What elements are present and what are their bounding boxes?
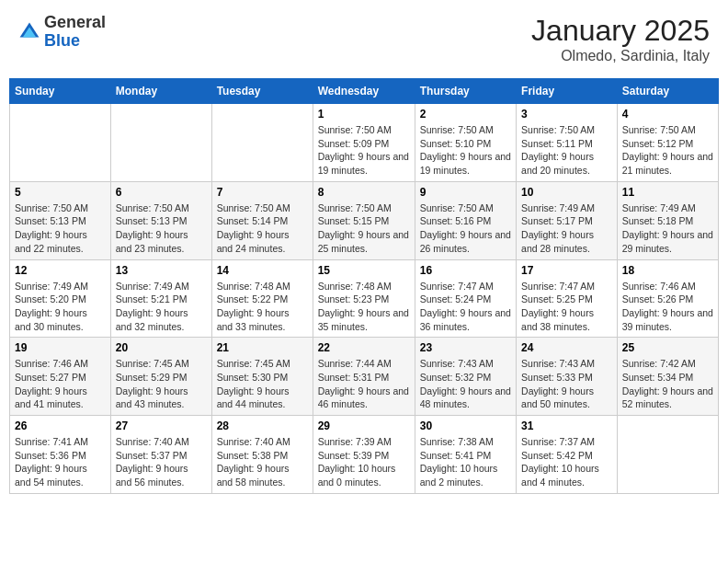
calendar-cell: 18Sunrise: 7:46 AM Sunset: 5:26 PM Dayli… — [617, 259, 718, 338]
day-number: 10 — [521, 186, 612, 199]
day-info: Sunrise: 7:48 AM Sunset: 5:23 PM Dayligh… — [318, 280, 410, 334]
day-info: Sunrise: 7:43 AM Sunset: 5:33 PM Dayligh… — [521, 357, 612, 411]
day-number: 30 — [420, 419, 511, 432]
calendar-cell: 19Sunrise: 7:46 AM Sunset: 5:27 PM Dayli… — [10, 338, 111, 416]
day-number: 17 — [521, 264, 612, 277]
calendar-cell: 20Sunrise: 7:45 AM Sunset: 5:29 PM Dayli… — [110, 338, 211, 416]
day-number: 8 — [318, 186, 410, 199]
calendar-cell — [211, 104, 313, 182]
calendar-cell — [110, 104, 211, 182]
calendar-cell: 3Sunrise: 7:50 AM Sunset: 5:11 PM Daylig… — [517, 104, 618, 182]
calendar-cell: 10Sunrise: 7:49 AM Sunset: 5:17 PM Dayli… — [517, 181, 618, 259]
day-info: Sunrise: 7:45 AM Sunset: 5:30 PM Dayligh… — [217, 357, 308, 411]
day-info: Sunrise: 7:46 AM Sunset: 5:26 PM Dayligh… — [622, 280, 713, 334]
day-number: 14 — [217, 264, 308, 277]
week-row-2: 5Sunrise: 7:50 AM Sunset: 5:13 PM Daylig… — [10, 181, 719, 259]
day-number: 9 — [420, 186, 511, 199]
day-info: Sunrise: 7:50 AM Sunset: 5:09 PM Dayligh… — [318, 123, 410, 178]
col-saturday: Saturday — [617, 79, 718, 104]
day-info: Sunrise: 7:49 AM Sunset: 5:18 PM Dayligh… — [622, 201, 713, 256]
calendar-cell: 27Sunrise: 7:40 AM Sunset: 5:37 PM Dayli… — [110, 416, 211, 494]
day-number: 6 — [116, 186, 207, 199]
col-tuesday: Tuesday — [211, 79, 313, 104]
day-info: Sunrise: 7:50 AM Sunset: 5:13 PM Dayligh… — [15, 201, 106, 256]
week-row-1: 1Sunrise: 7:50 AM Sunset: 5:09 PM Daylig… — [10, 104, 719, 182]
day-info: Sunrise: 7:50 AM Sunset: 5:14 PM Dayligh… — [217, 201, 308, 256]
calendar-cell: 21Sunrise: 7:45 AM Sunset: 5:30 PM Dayli… — [211, 338, 313, 416]
day-number: 19 — [15, 341, 106, 354]
day-number: 23 — [420, 341, 511, 354]
calendar-cell — [10, 104, 111, 182]
calendar-cell: 6Sunrise: 7:50 AM Sunset: 5:13 PM Daylig… — [110, 181, 211, 259]
day-info: Sunrise: 7:47 AM Sunset: 5:25 PM Dayligh… — [521, 280, 612, 334]
calendar-table: Sunday Monday Tuesday Wednesday Thursday… — [9, 78, 719, 494]
day-info: Sunrise: 7:39 AM Sunset: 5:39 PM Dayligh… — [318, 435, 410, 489]
day-info: Sunrise: 7:40 AM Sunset: 5:37 PM Dayligh… — [116, 435, 207, 489]
day-number: 4 — [622, 108, 713, 121]
calendar-cell: 16Sunrise: 7:47 AM Sunset: 5:24 PM Dayli… — [415, 259, 516, 338]
day-info: Sunrise: 7:46 AM Sunset: 5:27 PM Dayligh… — [15, 357, 106, 411]
day-info: Sunrise: 7:50 AM Sunset: 5:11 PM Dayligh… — [521, 123, 612, 178]
day-number: 13 — [116, 264, 207, 277]
day-number: 16 — [420, 264, 511, 277]
day-number: 22 — [318, 341, 410, 354]
calendar-cell: 4Sunrise: 7:50 AM Sunset: 5:12 PM Daylig… — [617, 104, 718, 182]
calendar-cell: 8Sunrise: 7:50 AM Sunset: 5:15 PM Daylig… — [313, 181, 415, 259]
day-number: 7 — [217, 186, 308, 199]
day-number: 20 — [116, 341, 207, 354]
day-info: Sunrise: 7:38 AM Sunset: 5:41 PM Dayligh… — [420, 435, 511, 489]
calendar-cell: 2Sunrise: 7:50 AM Sunset: 5:10 PM Daylig… — [415, 104, 516, 182]
day-info: Sunrise: 7:37 AM Sunset: 5:42 PM Dayligh… — [521, 435, 612, 489]
calendar-cell: 5Sunrise: 7:50 AM Sunset: 5:13 PM Daylig… — [10, 181, 111, 259]
day-info: Sunrise: 7:50 AM Sunset: 5:15 PM Dayligh… — [318, 201, 410, 256]
day-number: 15 — [318, 264, 410, 277]
day-info: Sunrise: 7:43 AM Sunset: 5:32 PM Dayligh… — [420, 357, 511, 411]
title-block: January 2025 Olmedo, Sardinia, Italy — [531, 14, 710, 64]
day-info: Sunrise: 7:49 AM Sunset: 5:21 PM Dayligh… — [116, 280, 207, 334]
logo-general: General — [44, 13, 106, 31]
calendar-cell: 14Sunrise: 7:48 AM Sunset: 5:22 PM Dayli… — [211, 259, 313, 338]
week-row-3: 12Sunrise: 7:49 AM Sunset: 5:20 PM Dayli… — [10, 259, 719, 338]
day-info: Sunrise: 7:44 AM Sunset: 5:31 PM Dayligh… — [318, 357, 410, 411]
calendar-cell: 12Sunrise: 7:49 AM Sunset: 5:20 PM Dayli… — [10, 259, 111, 338]
calendar-cell: 17Sunrise: 7:47 AM Sunset: 5:25 PM Dayli… — [517, 259, 618, 338]
day-info: Sunrise: 7:48 AM Sunset: 5:22 PM Dayligh… — [217, 280, 308, 334]
calendar-cell: 15Sunrise: 7:48 AM Sunset: 5:23 PM Dayli… — [313, 259, 415, 338]
day-number: 28 — [217, 419, 308, 432]
day-info: Sunrise: 7:42 AM Sunset: 5:34 PM Dayligh… — [622, 357, 713, 411]
calendar-cell: 25Sunrise: 7:42 AM Sunset: 5:34 PM Dayli… — [617, 338, 718, 416]
logo-blue: Blue — [44, 31, 80, 50]
calendar-cell: 24Sunrise: 7:43 AM Sunset: 5:33 PM Dayli… — [517, 338, 618, 416]
calendar-cell: 9Sunrise: 7:50 AM Sunset: 5:16 PM Daylig… — [415, 181, 516, 259]
day-number: 21 — [217, 341, 308, 354]
col-monday: Monday — [110, 79, 211, 104]
col-wednesday: Wednesday — [313, 79, 415, 104]
calendar-cell: 26Sunrise: 7:41 AM Sunset: 5:36 PM Dayli… — [10, 416, 111, 494]
day-number: 26 — [15, 419, 106, 432]
col-sunday: Sunday — [10, 79, 111, 104]
day-number: 11 — [622, 186, 713, 199]
day-info: Sunrise: 7:50 AM Sunset: 5:13 PM Dayligh… — [116, 201, 207, 256]
calendar-cell: 23Sunrise: 7:43 AM Sunset: 5:32 PM Dayli… — [415, 338, 516, 416]
logo-text: General Blue — [44, 14, 106, 51]
col-thursday: Thursday — [415, 79, 516, 104]
calendar-cell: 13Sunrise: 7:49 AM Sunset: 5:21 PM Dayli… — [110, 259, 211, 338]
day-number: 5 — [15, 186, 106, 199]
logo-icon — [18, 21, 40, 43]
calendar-cell: 22Sunrise: 7:44 AM Sunset: 5:31 PM Dayli… — [313, 338, 415, 416]
calendar-cell: 31Sunrise: 7:37 AM Sunset: 5:42 PM Dayli… — [517, 416, 618, 494]
calendar-cell: 1Sunrise: 7:50 AM Sunset: 5:09 PM Daylig… — [313, 104, 415, 182]
calendar-header-row: Sunday Monday Tuesday Wednesday Thursday… — [10, 79, 719, 104]
day-info: Sunrise: 7:40 AM Sunset: 5:38 PM Dayligh… — [217, 435, 308, 489]
day-number: 31 — [521, 419, 612, 432]
day-info: Sunrise: 7:47 AM Sunset: 5:24 PM Dayligh… — [420, 280, 511, 334]
calendar-cell — [617, 416, 718, 494]
calendar-cell: 7Sunrise: 7:50 AM Sunset: 5:14 PM Daylig… — [211, 181, 313, 259]
page-header: General Blue January 2025 Olmedo, Sardin… — [9, 9, 719, 69]
day-number: 29 — [318, 419, 410, 432]
day-number: 3 — [521, 108, 612, 121]
month-title: January 2025 — [531, 14, 710, 48]
calendar-cell: 30Sunrise: 7:38 AM Sunset: 5:41 PM Dayli… — [415, 416, 516, 494]
day-number: 12 — [15, 264, 106, 277]
calendar-cell: 28Sunrise: 7:40 AM Sunset: 5:38 PM Dayli… — [211, 416, 313, 494]
